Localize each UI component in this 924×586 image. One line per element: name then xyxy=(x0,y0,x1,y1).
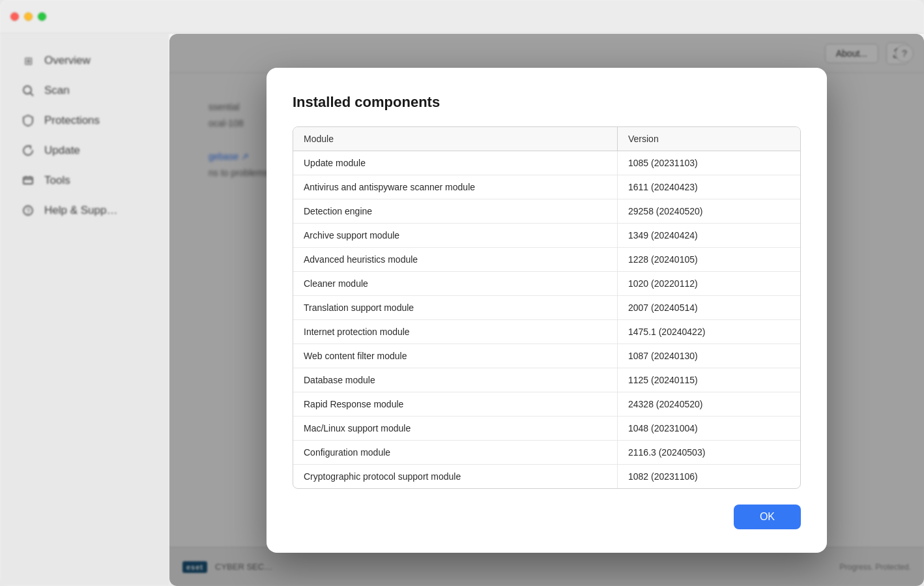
modal-footer: OK xyxy=(293,505,801,529)
modal-title: Installed components xyxy=(293,94,801,111)
svg-text:?: ? xyxy=(26,207,30,215)
table-header: Module Version xyxy=(293,127,800,151)
sidebar-item-tools[interactable]: Tools xyxy=(5,167,164,194)
table-row: Web content filter module1087 (20240130) xyxy=(293,344,800,368)
protections-icon xyxy=(21,113,35,128)
column-version: Version xyxy=(618,127,800,151)
table-row: Database module1125 (20240115) xyxy=(293,368,800,392)
minimize-button[interactable] xyxy=(24,12,33,21)
version-cell: 24328 (20240520) xyxy=(618,392,800,416)
module-cell: Rapid Response module xyxy=(293,392,618,416)
svg-line-1 xyxy=(31,93,33,96)
version-cell: 1475.1 (20240422) xyxy=(618,320,800,344)
table-body: Update module1085 (20231103)Antivirus an… xyxy=(293,151,800,488)
module-cell: Detection engine xyxy=(293,199,618,223)
sidebar-item-label-tools: Tools xyxy=(44,174,70,187)
sidebar-item-scan[interactable]: Scan xyxy=(5,77,164,104)
sidebar-item-label-help: Help & Supp… xyxy=(44,204,117,217)
table-row: Cleaner module1020 (20220112) xyxy=(293,272,800,296)
svg-point-0 xyxy=(23,86,31,94)
module-cell: Cleaner module xyxy=(293,272,618,295)
sidebar: ⊞ Overview Scan Protections xyxy=(0,34,169,586)
modal-dialog: Installed components Module Version Upda… xyxy=(267,68,827,553)
table-row: Rapid Response module24328 (20240520) xyxy=(293,392,800,417)
table-row: Antivirus and antispyware scanner module… xyxy=(293,175,800,199)
module-cell: Translation support module xyxy=(293,296,618,319)
module-cell: Antivirus and antispyware scanner module xyxy=(293,175,618,199)
module-cell: Database module xyxy=(293,368,618,392)
table-row: Cryptographic protocol support module108… xyxy=(293,465,800,488)
version-cell: 2116.3 (20240503) xyxy=(618,441,800,464)
tools-icon xyxy=(21,173,35,188)
version-cell: 1082 (20231106) xyxy=(618,465,800,488)
sidebar-item-protections[interactable]: Protections xyxy=(5,107,164,134)
module-cell: Web content filter module xyxy=(293,344,618,368)
sidebar-item-label-update: Update xyxy=(44,144,80,157)
sidebar-item-help[interactable]: ? Help & Supp… xyxy=(5,197,164,224)
components-table: Module Version Update module1085 (202311… xyxy=(293,126,801,489)
help-icon: ? xyxy=(21,203,35,218)
table-row: Archive support module1349 (20240424) xyxy=(293,224,800,248)
table-row: Internet protection module1475.1 (202404… xyxy=(293,320,800,344)
module-cell: Advanced heuristics module xyxy=(293,248,618,271)
main-content: About... ssential ocal-108 gebase ↗ ns t… xyxy=(169,34,924,586)
app-window: ⊞ Overview Scan Protections xyxy=(0,0,924,586)
table-row: Update module1085 (20231103) xyxy=(293,151,800,175)
scan-icon xyxy=(21,83,35,98)
module-cell: Update module xyxy=(293,151,618,175)
sidebar-item-overview[interactable]: ⊞ Overview xyxy=(5,47,164,74)
module-cell: Mac/Linux support module xyxy=(293,417,618,440)
version-cell: 2007 (20240514) xyxy=(618,296,800,319)
update-icon xyxy=(21,143,35,158)
maximize-button[interactable] xyxy=(38,12,46,21)
version-cell: 1611 (20240423) xyxy=(618,175,800,199)
version-cell: 29258 (20240520) xyxy=(618,199,800,223)
version-cell: 1228 (20240105) xyxy=(618,248,800,271)
version-cell: 1087 (20240130) xyxy=(618,344,800,368)
version-cell: 1125 (20240115) xyxy=(618,368,800,392)
sidebar-item-update[interactable]: Update xyxy=(5,137,164,164)
table-row: Detection engine29258 (20240520) xyxy=(293,199,800,224)
ok-button[interactable]: OK xyxy=(734,505,801,529)
table-row: Mac/Linux support module1048 (20231004) xyxy=(293,417,800,441)
module-cell: Archive support module xyxy=(293,224,618,247)
module-cell: Cryptographic protocol support module xyxy=(293,465,618,488)
table-row: Advanced heuristics module1228 (20240105… xyxy=(293,248,800,272)
overview-icon: ⊞ xyxy=(21,53,35,68)
column-module: Module xyxy=(293,127,618,151)
version-cell: 1349 (20240424) xyxy=(618,224,800,247)
svg-rect-2 xyxy=(23,177,33,184)
title-bar xyxy=(0,0,924,34)
close-button[interactable] xyxy=(10,12,19,21)
table-row: Translation support module2007 (20240514… xyxy=(293,296,800,320)
modal-overlay: Installed components Module Version Upda… xyxy=(169,34,924,586)
version-cell: 1020 (20220112) xyxy=(618,272,800,295)
sidebar-item-label-overview: Overview xyxy=(44,54,91,67)
module-cell: Configuration module xyxy=(293,441,618,464)
table-row: Configuration module2116.3 (20240503) xyxy=(293,441,800,465)
version-cell: 1085 (20231103) xyxy=(618,151,800,175)
module-cell: Internet protection module xyxy=(293,320,618,344)
sidebar-item-label-protections: Protections xyxy=(44,114,100,127)
version-cell: 1048 (20231004) xyxy=(618,417,800,440)
sidebar-item-label-scan: Scan xyxy=(44,84,70,97)
